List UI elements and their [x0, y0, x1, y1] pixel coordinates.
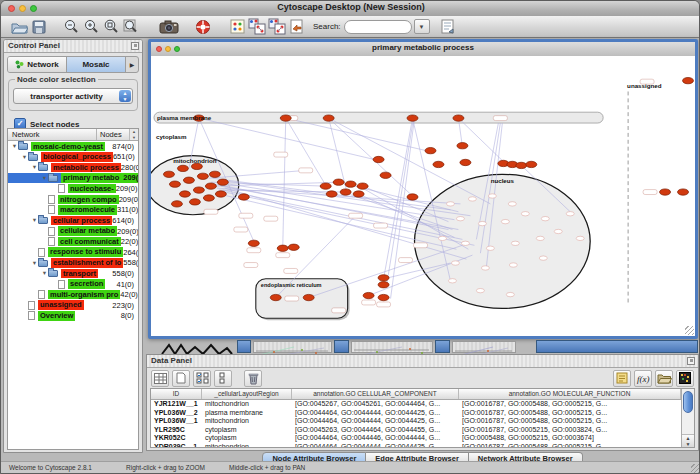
network-node[interactable] [183, 177, 194, 183]
nucleus-node-chip[interactable] [461, 241, 469, 245]
import-attributes-icon[interactable] [655, 370, 673, 387]
float-panel-icon[interactable] [131, 42, 139, 50]
search-dropdown-icon[interactable]: ▼ [414, 19, 430, 34]
table-row-ypl036w-1[interactable]: YPL036W__1mitochondrion[GO:0044464, GO:0… [151, 417, 681, 426]
tree-column-network[interactable]: Network [8, 129, 97, 140]
network-node[interactable] [353, 191, 364, 197]
network-node[interactable] [171, 201, 182, 207]
background-window-fragment[interactable] [452, 341, 516, 353]
network-edge[interactable] [286, 118, 326, 185]
nucleus-node-chip[interactable] [501, 219, 509, 223]
network-node[interactable] [288, 244, 299, 250]
network-node[interactable] [270, 294, 281, 300]
select-attributes-icon[interactable] [193, 370, 211, 387]
network-node[interactable] [363, 292, 374, 298]
column-header-annotation-go-molecular-function[interactable]: annotation.GO MOLECULAR_FUNCTION [459, 389, 681, 399]
network-node[interactable] [238, 194, 249, 200]
network-node[interactable] [407, 115, 418, 121]
nucleus-node-chip[interactable] [509, 263, 517, 267]
scrollbar-arrows-icon[interactable]: ▲▼ [682, 434, 694, 447]
node-color-dropdown[interactable]: transporter activity ▲▼ [13, 88, 133, 104]
nucleus-node-chip[interactable] [506, 292, 514, 296]
vizmapper-icon[interactable] [287, 18, 307, 36]
nucleus-node-chip[interactable] [446, 202, 454, 206]
disclosure-triangle-icon[interactable]: ▼ [21, 154, 28, 160]
disclosure-triangle-icon[interactable]: ▼ [41, 175, 48, 181]
tab-network[interactable]: Network [8, 57, 67, 72]
nucleus-node-chip[interactable] [488, 194, 496, 198]
network-node[interactable] [169, 181, 180, 187]
network-node[interactable] [179, 191, 190, 197]
scrollbar-thumb[interactable] [683, 391, 693, 413]
tree-item-secretion[interactable]: secretion41(0) [8, 279, 138, 290]
open-icon[interactable] [9, 18, 29, 36]
background-window-fragment[interactable] [435, 340, 450, 353]
nucleus-node-chip[interactable] [456, 217, 464, 221]
network-node[interactable] [193, 187, 204, 193]
column-header-id[interactable]: ID [151, 389, 202, 399]
network-node[interactable] [177, 165, 188, 171]
nucleus-node-chip[interactable] [511, 241, 519, 245]
nucleus-node-chip[interactable] [566, 212, 574, 216]
network-node[interactable] [425, 147, 436, 153]
nucleus-node-chip[interactable] [478, 221, 486, 225]
disclosure-triangle-icon[interactable]: ▼ [31, 260, 38, 266]
network-node[interactable] [277, 245, 288, 251]
nucleus-node-chip[interactable] [576, 236, 584, 240]
disclosure-triangle-icon[interactable]: ▼ [31, 217, 38, 223]
nucleus-node-chip[interactable] [541, 217, 549, 221]
disclosure-triangle-icon[interactable]: ▼ [31, 164, 38, 170]
network-node[interactable] [205, 183, 216, 189]
tree-item-establishment-of-lo[interactable]: ▼establishment of lo558(0) [8, 258, 138, 269]
nucleus-node-chip[interactable] [521, 212, 529, 216]
overlay-network-icon[interactable] [247, 18, 267, 36]
tree-item-cellular-metabo[interactable]: cellular metabo209(0) [8, 226, 138, 237]
network-node[interactable] [197, 173, 208, 179]
nucleus-node-chip[interactable] [554, 229, 562, 233]
nucleus-node-chip[interactable] [468, 197, 476, 201]
network-edge[interactable] [283, 118, 286, 246]
network-canvas[interactable]: plasma membranecytoplasmmitochondrionnuc… [151, 56, 695, 336]
tree-item-unassigned[interactable]: unassigned223(0) [8, 300, 138, 311]
nucleus-node-chip[interactable] [536, 236, 544, 240]
nucleus-node-chip[interactable] [448, 279, 456, 283]
network-node[interactable] [460, 159, 471, 165]
zoom-fit-icon[interactable] [121, 18, 141, 36]
nucleus-node-chip[interactable] [438, 236, 446, 240]
network-node[interactable] [280, 115, 291, 121]
network-node[interactable] [378, 275, 389, 281]
tree-item-multi-organism-pro[interactable]: multi-organism pro42(0) [8, 289, 138, 300]
table-row-ypl036w-2[interactable]: YPL036W__2plasma membrane[GO:0044464, GO… [151, 409, 681, 418]
network-node[interactable] [215, 191, 226, 197]
background-window-fragment[interactable] [351, 341, 433, 353]
resize-grip-icon[interactable] [685, 326, 694, 335]
network-node[interactable] [320, 183, 331, 189]
zoom-in-icon[interactable] [81, 18, 101, 36]
layout-grid-icon[interactable] [227, 18, 247, 36]
background-window-fragment[interactable] [237, 340, 251, 353]
disclosure-triangle-icon[interactable]: ▼ [11, 143, 18, 149]
float-panel-icon[interactable] [687, 357, 695, 365]
network-node[interactable] [248, 240, 259, 246]
network-node[interactable] [516, 162, 527, 168]
tree-item-macromolecule[interactable]: macromolecule311(0) [8, 205, 138, 216]
network-node[interactable] [453, 115, 464, 121]
network-node[interactable] [683, 77, 694, 83]
resize-grip-icon[interactable] [691, 464, 700, 473]
table-scrollbar[interactable]: ▲▼ [681, 389, 694, 447]
network-node[interactable] [326, 191, 337, 197]
network-node[interactable] [373, 156, 384, 162]
nucleus-node-chip[interactable] [508, 202, 516, 206]
function-builder-icon[interactable]: f(x) [634, 370, 652, 387]
tab-mosaic[interactable]: Mosaic [67, 57, 126, 72]
tree-item-mosaic-demo-yeast[interactable]: ▼mosaic-demo-yeast874(0) [8, 141, 138, 152]
tree-item-nucleobase[interactable]: nucleobase-209(0) [8, 183, 138, 194]
title-bar[interactable]: Cytoscape Desktop (New Session) [1, 1, 700, 17]
network-node[interactable] [378, 282, 389, 288]
tree-item-biological-process[interactable]: ▼biological_process651(0) [8, 152, 138, 163]
network-node[interactable] [189, 199, 200, 205]
zoom-selected-icon[interactable] [101, 18, 121, 36]
tree-scroll-arrows[interactable]: ▲▼ [129, 129, 138, 140]
network-window-titlebar[interactable]: primary metabolic process [151, 42, 695, 57]
more-tabs-icon[interactable]: ▶ [126, 57, 138, 72]
